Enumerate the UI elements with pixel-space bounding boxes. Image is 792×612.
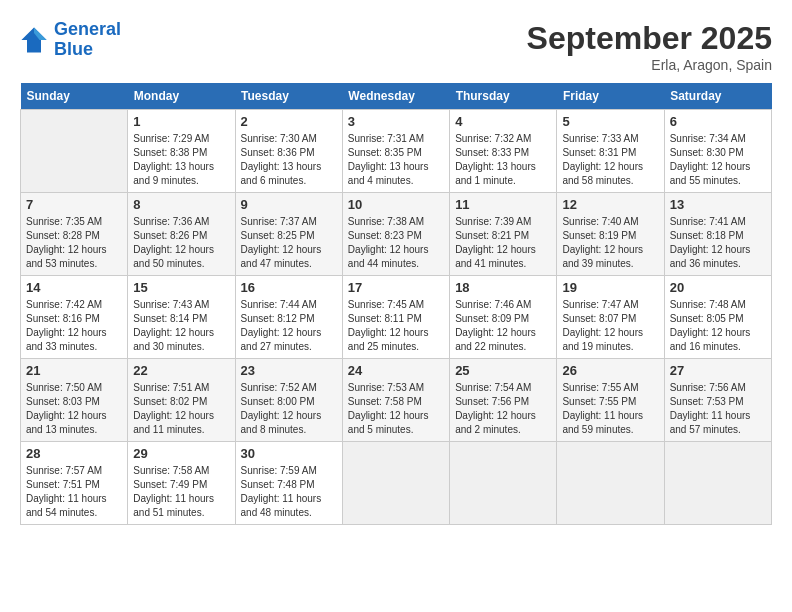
calendar-day-cell: 22 Sunrise: 7:51 AM Sunset: 8:02 PM Dayl… bbox=[128, 359, 235, 442]
calendar-day-cell: 16 Sunrise: 7:44 AM Sunset: 8:12 PM Dayl… bbox=[235, 276, 342, 359]
calendar-table: SundayMondayTuesdayWednesdayThursdayFrid… bbox=[20, 83, 772, 525]
day-number: 20 bbox=[670, 280, 766, 295]
day-number: 6 bbox=[670, 114, 766, 129]
weekday-header: Friday bbox=[557, 83, 664, 110]
day-info: Sunrise: 7:46 AM Sunset: 8:09 PM Dayligh… bbox=[455, 298, 551, 354]
calendar-day-cell: 1 Sunrise: 7:29 AM Sunset: 8:38 PM Dayli… bbox=[128, 110, 235, 193]
calendar-header-row: SundayMondayTuesdayWednesdayThursdayFrid… bbox=[21, 83, 772, 110]
calendar-day-cell: 2 Sunrise: 7:30 AM Sunset: 8:36 PM Dayli… bbox=[235, 110, 342, 193]
page-header: General Blue September 2025 Erla, Aragon… bbox=[20, 20, 772, 73]
day-number: 10 bbox=[348, 197, 444, 212]
weekday-header: Sunday bbox=[21, 83, 128, 110]
calendar-day-cell bbox=[21, 110, 128, 193]
day-info: Sunrise: 7:33 AM Sunset: 8:31 PM Dayligh… bbox=[562, 132, 658, 188]
day-number: 17 bbox=[348, 280, 444, 295]
calendar-day-cell: 19 Sunrise: 7:47 AM Sunset: 8:07 PM Dayl… bbox=[557, 276, 664, 359]
day-info: Sunrise: 7:55 AM Sunset: 7:55 PM Dayligh… bbox=[562, 381, 658, 437]
day-number: 25 bbox=[455, 363, 551, 378]
day-number: 15 bbox=[133, 280, 229, 295]
weekday-header: Saturday bbox=[664, 83, 771, 110]
day-number: 14 bbox=[26, 280, 122, 295]
day-info: Sunrise: 7:57 AM Sunset: 7:51 PM Dayligh… bbox=[26, 464, 122, 520]
location: Erla, Aragon, Spain bbox=[527, 57, 772, 73]
day-info: Sunrise: 7:52 AM Sunset: 8:00 PM Dayligh… bbox=[241, 381, 337, 437]
calendar-day-cell: 15 Sunrise: 7:43 AM Sunset: 8:14 PM Dayl… bbox=[128, 276, 235, 359]
day-number: 23 bbox=[241, 363, 337, 378]
day-info: Sunrise: 7:56 AM Sunset: 7:53 PM Dayligh… bbox=[670, 381, 766, 437]
day-info: Sunrise: 7:31 AM Sunset: 8:35 PM Dayligh… bbox=[348, 132, 444, 188]
day-number: 21 bbox=[26, 363, 122, 378]
day-info: Sunrise: 7:45 AM Sunset: 8:11 PM Dayligh… bbox=[348, 298, 444, 354]
day-number: 22 bbox=[133, 363, 229, 378]
weekday-header: Monday bbox=[128, 83, 235, 110]
calendar-day-cell: 18 Sunrise: 7:46 AM Sunset: 8:09 PM Dayl… bbox=[450, 276, 557, 359]
day-info: Sunrise: 7:54 AM Sunset: 7:56 PM Dayligh… bbox=[455, 381, 551, 437]
logo-line2: Blue bbox=[54, 39, 93, 59]
calendar-day-cell: 7 Sunrise: 7:35 AM Sunset: 8:28 PM Dayli… bbox=[21, 193, 128, 276]
calendar-day-cell: 12 Sunrise: 7:40 AM Sunset: 8:19 PM Dayl… bbox=[557, 193, 664, 276]
day-number: 28 bbox=[26, 446, 122, 461]
day-info: Sunrise: 7:29 AM Sunset: 8:38 PM Dayligh… bbox=[133, 132, 229, 188]
calendar-day-cell: 10 Sunrise: 7:38 AM Sunset: 8:23 PM Dayl… bbox=[342, 193, 449, 276]
calendar-day-cell: 23 Sunrise: 7:52 AM Sunset: 8:00 PM Dayl… bbox=[235, 359, 342, 442]
day-info: Sunrise: 7:50 AM Sunset: 8:03 PM Dayligh… bbox=[26, 381, 122, 437]
calendar-week-row: 7 Sunrise: 7:35 AM Sunset: 8:28 PM Dayli… bbox=[21, 193, 772, 276]
day-number: 9 bbox=[241, 197, 337, 212]
weekday-header: Wednesday bbox=[342, 83, 449, 110]
calendar-day-cell: 21 Sunrise: 7:50 AM Sunset: 8:03 PM Dayl… bbox=[21, 359, 128, 442]
day-number: 18 bbox=[455, 280, 551, 295]
calendar-day-cell: 24 Sunrise: 7:53 AM Sunset: 7:58 PM Dayl… bbox=[342, 359, 449, 442]
calendar-day-cell bbox=[557, 442, 664, 525]
calendar-day-cell: 5 Sunrise: 7:33 AM Sunset: 8:31 PM Dayli… bbox=[557, 110, 664, 193]
calendar-day-cell: 26 Sunrise: 7:55 AM Sunset: 7:55 PM Dayl… bbox=[557, 359, 664, 442]
day-info: Sunrise: 7:34 AM Sunset: 8:30 PM Dayligh… bbox=[670, 132, 766, 188]
day-info: Sunrise: 7:48 AM Sunset: 8:05 PM Dayligh… bbox=[670, 298, 766, 354]
day-info: Sunrise: 7:44 AM Sunset: 8:12 PM Dayligh… bbox=[241, 298, 337, 354]
day-number: 7 bbox=[26, 197, 122, 212]
calendar-day-cell: 14 Sunrise: 7:42 AM Sunset: 8:16 PM Dayl… bbox=[21, 276, 128, 359]
day-number: 30 bbox=[241, 446, 337, 461]
day-number: 3 bbox=[348, 114, 444, 129]
logo: General Blue bbox=[20, 20, 121, 60]
calendar-day-cell bbox=[664, 442, 771, 525]
calendar-day-cell: 28 Sunrise: 7:57 AM Sunset: 7:51 PM Dayl… bbox=[21, 442, 128, 525]
calendar-day-cell: 13 Sunrise: 7:41 AM Sunset: 8:18 PM Dayl… bbox=[664, 193, 771, 276]
calendar-day-cell: 29 Sunrise: 7:58 AM Sunset: 7:49 PM Dayl… bbox=[128, 442, 235, 525]
day-number: 13 bbox=[670, 197, 766, 212]
day-info: Sunrise: 7:36 AM Sunset: 8:26 PM Dayligh… bbox=[133, 215, 229, 271]
logo-text: General Blue bbox=[54, 20, 121, 60]
weekday-header: Tuesday bbox=[235, 83, 342, 110]
day-info: Sunrise: 7:37 AM Sunset: 8:25 PM Dayligh… bbox=[241, 215, 337, 271]
calendar-day-cell: 9 Sunrise: 7:37 AM Sunset: 8:25 PM Dayli… bbox=[235, 193, 342, 276]
day-info: Sunrise: 7:38 AM Sunset: 8:23 PM Dayligh… bbox=[348, 215, 444, 271]
calendar-day-cell: 20 Sunrise: 7:48 AM Sunset: 8:05 PM Dayl… bbox=[664, 276, 771, 359]
day-info: Sunrise: 7:47 AM Sunset: 8:07 PM Dayligh… bbox=[562, 298, 658, 354]
day-number: 29 bbox=[133, 446, 229, 461]
day-number: 5 bbox=[562, 114, 658, 129]
day-info: Sunrise: 7:59 AM Sunset: 7:48 PM Dayligh… bbox=[241, 464, 337, 520]
weekday-header: Thursday bbox=[450, 83, 557, 110]
title-block: September 2025 Erla, Aragon, Spain bbox=[527, 20, 772, 73]
day-number: 16 bbox=[241, 280, 337, 295]
logo-icon bbox=[20, 26, 48, 54]
calendar-week-row: 28 Sunrise: 7:57 AM Sunset: 7:51 PM Dayl… bbox=[21, 442, 772, 525]
calendar-week-row: 1 Sunrise: 7:29 AM Sunset: 8:38 PM Dayli… bbox=[21, 110, 772, 193]
day-number: 8 bbox=[133, 197, 229, 212]
day-number: 24 bbox=[348, 363, 444, 378]
day-info: Sunrise: 7:58 AM Sunset: 7:49 PM Dayligh… bbox=[133, 464, 229, 520]
day-number: 27 bbox=[670, 363, 766, 378]
day-number: 1 bbox=[133, 114, 229, 129]
day-info: Sunrise: 7:43 AM Sunset: 8:14 PM Dayligh… bbox=[133, 298, 229, 354]
calendar-day-cell bbox=[342, 442, 449, 525]
day-info: Sunrise: 7:53 AM Sunset: 7:58 PM Dayligh… bbox=[348, 381, 444, 437]
calendar-day-cell: 17 Sunrise: 7:45 AM Sunset: 8:11 PM Dayl… bbox=[342, 276, 449, 359]
calendar-day-cell: 27 Sunrise: 7:56 AM Sunset: 7:53 PM Dayl… bbox=[664, 359, 771, 442]
day-number: 12 bbox=[562, 197, 658, 212]
calendar-day-cell: 3 Sunrise: 7:31 AM Sunset: 8:35 PM Dayli… bbox=[342, 110, 449, 193]
calendar-day-cell bbox=[450, 442, 557, 525]
day-number: 11 bbox=[455, 197, 551, 212]
day-number: 4 bbox=[455, 114, 551, 129]
month-title: September 2025 bbox=[527, 20, 772, 57]
calendar-day-cell: 11 Sunrise: 7:39 AM Sunset: 8:21 PM Dayl… bbox=[450, 193, 557, 276]
day-info: Sunrise: 7:51 AM Sunset: 8:02 PM Dayligh… bbox=[133, 381, 229, 437]
